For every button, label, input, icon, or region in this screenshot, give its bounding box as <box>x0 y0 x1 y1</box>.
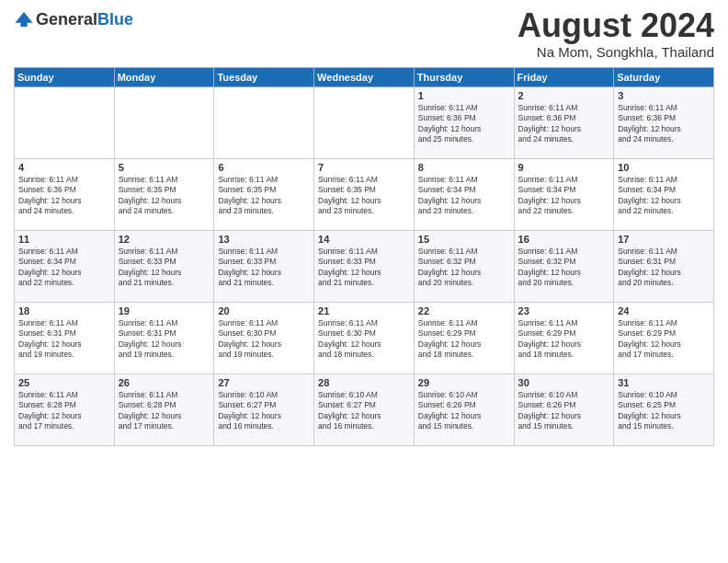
day-info: Sunrise: 6:11 AM Sunset: 6:29 PM Dayligh… <box>418 318 510 361</box>
day-info: Sunrise: 6:11 AM Sunset: 6:33 PM Dayligh… <box>218 247 310 289</box>
col-header-saturday: Saturday <box>614 68 714 87</box>
week-row-4: 18Sunrise: 6:11 AM Sunset: 6:31 PM Dayli… <box>15 303 714 374</box>
day-info: Sunrise: 6:11 AM Sunset: 6:29 PM Dayligh… <box>618 318 710 361</box>
day-number: 10 <box>618 162 710 173</box>
day-cell: 9Sunrise: 6:11 AM Sunset: 6:34 PM Daylig… <box>514 159 614 231</box>
day-number: 24 <box>618 305 710 316</box>
day-number: 11 <box>18 234 110 245</box>
day-cell: 26Sunrise: 6:11 AM Sunset: 6:28 PM Dayli… <box>114 374 214 446</box>
day-info: Sunrise: 6:10 AM Sunset: 6:27 PM Dayligh… <box>318 390 410 432</box>
day-cell: 17Sunrise: 6:11 AM Sunset: 6:31 PM Dayli… <box>614 231 714 303</box>
day-number: 25 <box>18 377 110 388</box>
day-info: Sunrise: 6:11 AM Sunset: 6:34 PM Dayligh… <box>18 247 110 289</box>
day-cell: 3Sunrise: 6:11 AM Sunset: 6:36 PM Daylig… <box>614 87 714 159</box>
day-cell: 23Sunrise: 6:11 AM Sunset: 6:29 PM Dayli… <box>514 303 614 374</box>
col-header-thursday: Thursday <box>414 68 514 87</box>
day-cell: 18Sunrise: 6:11 AM Sunset: 6:31 PM Dayli… <box>15 303 115 374</box>
day-number: 14 <box>318 234 410 245</box>
day-number: 21 <box>318 305 410 316</box>
day-info: Sunrise: 6:11 AM Sunset: 6:36 PM Dayligh… <box>418 103 510 145</box>
day-info: Sunrise: 6:11 AM Sunset: 6:32 PM Dayligh… <box>518 247 610 289</box>
calendar-table: SundayMondayTuesdayWednesdayThursdayFrid… <box>14 67 714 446</box>
day-cell: 12Sunrise: 6:11 AM Sunset: 6:33 PM Dayli… <box>114 231 214 303</box>
day-number: 26 <box>119 377 210 388</box>
day-cell: 15Sunrise: 6:11 AM Sunset: 6:32 PM Dayli… <box>414 231 514 303</box>
day-cell: 28Sunrise: 6:10 AM Sunset: 6:27 PM Dayli… <box>314 374 415 446</box>
day-info: Sunrise: 6:11 AM Sunset: 6:35 PM Dayligh… <box>218 175 310 217</box>
day-info: Sunrise: 6:11 AM Sunset: 6:30 PM Dayligh… <box>318 318 410 361</box>
day-info: Sunrise: 6:11 AM Sunset: 6:33 PM Dayligh… <box>119 247 210 289</box>
day-cell: 14Sunrise: 6:11 AM Sunset: 6:33 PM Dayli… <box>314 231 415 303</box>
day-info: Sunrise: 6:11 AM Sunset: 6:33 PM Dayligh… <box>318 247 410 289</box>
day-number: 30 <box>518 377 610 388</box>
day-info: Sunrise: 6:11 AM Sunset: 6:34 PM Dayligh… <box>518 175 610 217</box>
day-cell: 11Sunrise: 6:11 AM Sunset: 6:34 PM Dayli… <box>15 231 115 303</box>
logo-blue: Blue <box>97 11 133 28</box>
day-cell: 8Sunrise: 6:11 AM Sunset: 6:34 PM Daylig… <box>414 159 514 231</box>
day-number: 9 <box>518 162 610 173</box>
day-cell: 22Sunrise: 6:11 AM Sunset: 6:29 PM Dayli… <box>414 303 514 374</box>
col-header-friday: Friday <box>514 68 614 87</box>
col-header-wednesday: Wednesday <box>314 68 415 87</box>
day-cell: 1Sunrise: 6:11 AM Sunset: 6:36 PM Daylig… <box>414 87 514 159</box>
day-cell: 29Sunrise: 6:10 AM Sunset: 6:26 PM Dayli… <box>414 374 514 446</box>
week-row-3: 11Sunrise: 6:11 AM Sunset: 6:34 PM Dayli… <box>15 231 714 303</box>
day-cell: 6Sunrise: 6:11 AM Sunset: 6:35 PM Daylig… <box>214 159 314 231</box>
day-cell: 16Sunrise: 6:11 AM Sunset: 6:32 PM Dayli… <box>514 231 614 303</box>
day-info: Sunrise: 6:11 AM Sunset: 6:36 PM Dayligh… <box>18 175 110 217</box>
day-info: Sunrise: 6:11 AM Sunset: 6:31 PM Dayligh… <box>618 247 710 289</box>
day-cell: 7Sunrise: 6:11 AM Sunset: 6:35 PM Daylig… <box>314 159 415 231</box>
logo: General Blue <box>14 9 133 29</box>
day-number: 2 <box>518 90 610 101</box>
svg-rect-1 <box>20 21 27 27</box>
svg-marker-0 <box>15 12 32 23</box>
day-info: Sunrise: 6:11 AM Sunset: 6:28 PM Dayligh… <box>18 390 110 432</box>
day-cell: 10Sunrise: 6:11 AM Sunset: 6:34 PM Dayli… <box>614 159 714 231</box>
day-number: 17 <box>618 234 710 245</box>
day-cell: 31Sunrise: 6:10 AM Sunset: 6:25 PM Dayli… <box>614 374 714 446</box>
day-cell: 30Sunrise: 6:10 AM Sunset: 6:26 PM Dayli… <box>514 374 614 446</box>
day-number: 1 <box>418 90 510 101</box>
title-section: August 2024 Na Mom, Songkhla, Thailand <box>518 9 714 60</box>
day-info: Sunrise: 6:11 AM Sunset: 6:31 PM Dayligh… <box>119 318 210 361</box>
day-number: 23 <box>518 305 610 316</box>
day-cell: 20Sunrise: 6:11 AM Sunset: 6:30 PM Dayli… <box>214 303 314 374</box>
day-cell: 21Sunrise: 6:11 AM Sunset: 6:30 PM Dayli… <box>314 303 415 374</box>
day-cell: 27Sunrise: 6:10 AM Sunset: 6:27 PM Dayli… <box>214 374 314 446</box>
location: Na Mom, Songkhla, Thailand <box>518 44 714 60</box>
day-info: Sunrise: 6:11 AM Sunset: 6:28 PM Dayligh… <box>119 390 210 432</box>
month-title: August 2024 <box>518 9 714 42</box>
day-info: Sunrise: 6:10 AM Sunset: 6:25 PM Dayligh… <box>618 390 710 432</box>
week-row-2: 4Sunrise: 6:11 AM Sunset: 6:36 PM Daylig… <box>15 159 714 231</box>
day-cell: 2Sunrise: 6:11 AM Sunset: 6:36 PM Daylig… <box>514 87 614 159</box>
day-info: Sunrise: 6:11 AM Sunset: 6:35 PM Dayligh… <box>318 175 410 217</box>
header: General Blue August 2024 Na Mom, Songkhl… <box>14 9 714 60</box>
day-cell <box>314 87 415 159</box>
week-row-5: 25Sunrise: 6:11 AM Sunset: 6:28 PM Dayli… <box>15 374 714 446</box>
day-number: 4 <box>18 162 110 173</box>
day-number: 19 <box>119 305 210 316</box>
day-cell: 19Sunrise: 6:11 AM Sunset: 6:31 PM Dayli… <box>114 303 214 374</box>
day-cell: 4Sunrise: 6:11 AM Sunset: 6:36 PM Daylig… <box>15 159 115 231</box>
logo-icon <box>14 9 34 29</box>
day-cell: 25Sunrise: 6:11 AM Sunset: 6:28 PM Dayli… <box>15 374 115 446</box>
day-info: Sunrise: 6:11 AM Sunset: 6:36 PM Dayligh… <box>518 103 610 145</box>
day-info: Sunrise: 6:10 AM Sunset: 6:26 PM Dayligh… <box>418 390 510 432</box>
day-cell: 13Sunrise: 6:11 AM Sunset: 6:33 PM Dayli… <box>214 231 314 303</box>
week-row-1: 1Sunrise: 6:11 AM Sunset: 6:36 PM Daylig… <box>15 87 714 159</box>
day-number: 3 <box>618 90 710 101</box>
day-cell <box>114 87 214 159</box>
day-info: Sunrise: 6:11 AM Sunset: 6:36 PM Dayligh… <box>618 103 710 145</box>
day-number: 13 <box>218 234 310 245</box>
day-info: Sunrise: 6:11 AM Sunset: 6:34 PM Dayligh… <box>618 175 710 217</box>
header-row: SundayMondayTuesdayWednesdayThursdayFrid… <box>15 68 714 87</box>
day-number: 18 <box>18 305 110 316</box>
day-number: 27 <box>218 377 310 388</box>
day-number: 20 <box>218 305 310 316</box>
day-info: Sunrise: 6:10 AM Sunset: 6:27 PM Dayligh… <box>218 390 310 432</box>
day-info: Sunrise: 6:11 AM Sunset: 6:32 PM Dayligh… <box>418 247 510 289</box>
day-number: 6 <box>218 162 310 173</box>
day-number: 31 <box>618 377 710 388</box>
day-info: Sunrise: 6:10 AM Sunset: 6:26 PM Dayligh… <box>518 390 610 432</box>
day-number: 12 <box>119 234 210 245</box>
